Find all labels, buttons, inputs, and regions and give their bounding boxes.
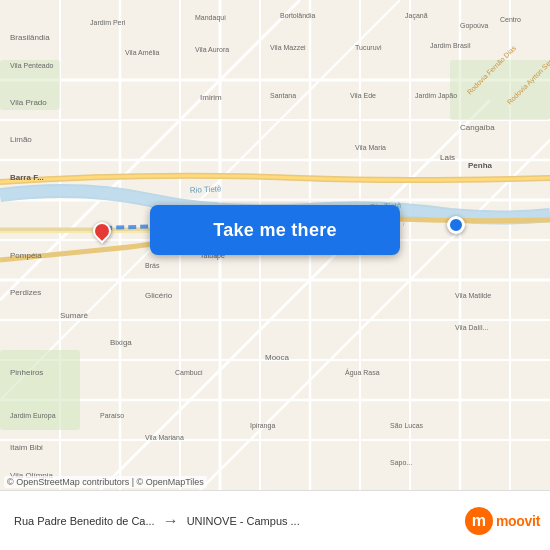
svg-text:Rio Tietê: Rio Tietê xyxy=(190,184,223,195)
svg-text:Gopoúva: Gopoúva xyxy=(460,22,489,30)
svg-text:Vila Maria: Vila Maria xyxy=(355,144,386,151)
svg-rect-29 xyxy=(450,60,550,120)
svg-text:Itaim Bibi: Itaim Bibi xyxy=(10,443,43,452)
svg-text:Brás: Brás xyxy=(145,262,160,269)
svg-text:Vila Dalíl...: Vila Dalíl... xyxy=(455,324,488,331)
svg-text:Sumaré: Sumaré xyxy=(60,311,89,320)
svg-text:Brasilândia: Brasilândia xyxy=(10,33,50,42)
svg-text:Limão: Limão xyxy=(10,135,32,144)
take-me-there-button[interactable]: Take me there xyxy=(150,205,400,255)
moovit-logo-icon: m xyxy=(465,507,493,535)
svg-text:Laís: Laís xyxy=(440,153,455,162)
svg-text:Glicério: Glicério xyxy=(145,291,173,300)
svg-text:Jardim Europa: Jardim Europa xyxy=(10,412,56,420)
svg-text:Pinheiros: Pinheiros xyxy=(10,368,43,377)
svg-text:Vila Prado: Vila Prado xyxy=(10,98,47,107)
route-arrow-icon: → xyxy=(163,512,179,530)
map-attribution: © OpenStreetMap contributors | © OpenMap… xyxy=(4,476,207,488)
svg-text:Santana: Santana xyxy=(270,92,296,99)
destination-marker xyxy=(447,216,465,234)
svg-text:São Lucas: São Lucas xyxy=(390,422,424,429)
origin-label: Rua Padre Benedito de Ca... xyxy=(14,515,155,527)
svg-text:Jardim Japão: Jardim Japão xyxy=(415,92,457,100)
svg-text:Jardim Brasil: Jardim Brasil xyxy=(430,42,471,49)
route-info: Rua Padre Benedito de Ca... → UNINOVE - … xyxy=(14,512,465,530)
svg-text:Bixiga: Bixiga xyxy=(110,338,132,347)
destination-label: UNINOVE - Campus ... xyxy=(187,515,300,527)
cta-button-label: Take me there xyxy=(213,220,337,241)
svg-text:Vila Penteado: Vila Penteado xyxy=(10,62,54,69)
svg-text:Água Rasa: Água Rasa xyxy=(345,368,380,377)
svg-text:Vila Mariana: Vila Mariana xyxy=(145,434,184,441)
svg-text:Cangaíba: Cangaíba xyxy=(460,123,495,132)
moovit-logo-text: moovit xyxy=(496,513,540,529)
svg-text:Centro: Centro xyxy=(500,16,521,23)
svg-text:Penha: Penha xyxy=(468,161,493,170)
svg-text:Imirim: Imirim xyxy=(200,93,222,102)
svg-text:Perdizes: Perdizes xyxy=(10,288,41,297)
svg-text:Ipiranga: Ipiranga xyxy=(250,422,275,430)
moovit-logo: m moovit xyxy=(465,507,540,535)
svg-text:Mooca: Mooca xyxy=(265,353,290,362)
svg-text:Paraíso: Paraíso xyxy=(100,412,124,419)
svg-text:Tucuruvi: Tucuruvi xyxy=(355,44,382,51)
svg-text:Barra F...: Barra F... xyxy=(10,173,44,182)
svg-text:Vila Amélia: Vila Amélia xyxy=(125,49,160,56)
svg-text:Bortolândia: Bortolândia xyxy=(280,12,316,19)
bottom-bar: Rua Padre Benedito de Ca... → UNINOVE - … xyxy=(0,490,550,550)
svg-text:Vila Matilde: Vila Matilde xyxy=(455,292,491,299)
svg-text:Jaçanã: Jaçanã xyxy=(405,12,428,20)
map-container: Brasilândia Jardim Peri Mandaqui Bortolâ… xyxy=(0,0,550,490)
svg-text:Vila Ede: Vila Ede xyxy=(350,92,376,99)
svg-text:Pompéia: Pompéia xyxy=(10,251,42,260)
svg-text:Vila Mazzei: Vila Mazzei xyxy=(270,44,306,51)
svg-text:Sapo...: Sapo... xyxy=(390,459,412,467)
svg-text:Mandaqui: Mandaqui xyxy=(195,14,226,22)
svg-text:Jardim Peri: Jardim Peri xyxy=(90,19,126,26)
svg-text:Vila Aurora: Vila Aurora xyxy=(195,46,229,53)
svg-text:Cambuci: Cambuci xyxy=(175,369,203,376)
